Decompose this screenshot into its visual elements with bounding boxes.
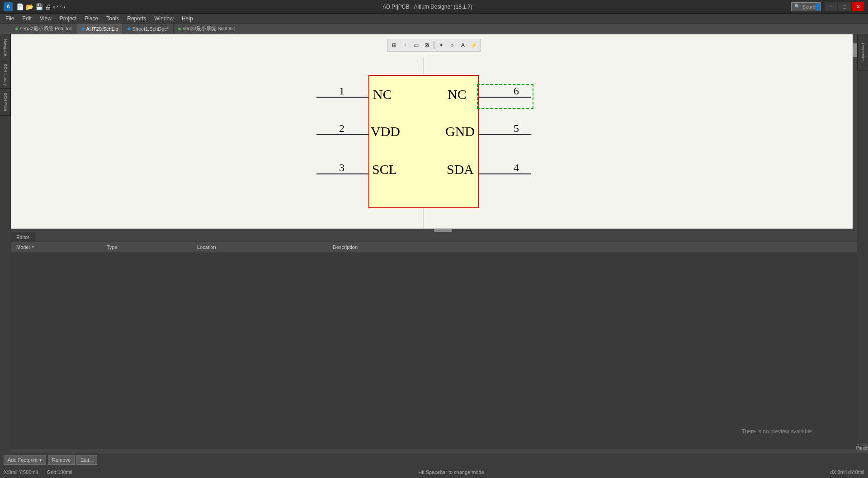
menu-reports[interactable]: Reports xyxy=(123,14,150,23)
pin-num-1: 1 xyxy=(339,85,344,97)
tool-circle[interactable]: ○ xyxy=(447,40,457,50)
col-model-label: Model xyxy=(16,244,30,250)
model-table: Model ▾ Type Location Description There … xyxy=(11,242,857,453)
tab-label-pcbdoc: stm32最小系统.PcbDoc xyxy=(20,25,72,32)
new-icon[interactable]: 📄 xyxy=(16,3,24,10)
hint-text: Hit Spacebar to change mode xyxy=(81,469,821,475)
scrollbar-thumb-vertical[interactable] xyxy=(853,43,857,57)
coords-display: X:0mil Y:500mil xyxy=(4,469,38,475)
panels-button[interactable]: Panels xyxy=(857,443,868,453)
menu-help[interactable]: Help xyxy=(178,14,197,23)
tab-pcbdoc[interactable]: stm32最小系统.PcbDoc xyxy=(11,23,77,34)
search-magnifier-icon: 🔍 xyxy=(794,4,801,9)
editor-tab-label: Editor xyxy=(16,234,29,240)
bottom-panel: Editor Model ▾ Type Location Description… xyxy=(11,232,857,453)
window-title: AD.PrjPCB - Altium Designer (18.1.7) xyxy=(66,4,789,10)
menu-view[interactable]: View xyxy=(36,14,55,23)
redo-icon[interactable]: ↪ xyxy=(60,3,66,10)
tab-dot-schdoc xyxy=(178,28,181,30)
pin-label-sda: SDA xyxy=(447,162,474,177)
add-footprint-button[interactable]: Add Footprint ▾ xyxy=(4,455,46,465)
menu-project[interactable]: Project xyxy=(56,14,80,23)
pin-num-3: 3 xyxy=(339,162,344,174)
schematic-component: 1 NC 2 VDD 3 SCL 6 NC 5 GND 4 SDA xyxy=(298,57,570,202)
edit-button[interactable]: Edit... xyxy=(76,455,97,465)
titlebar: A 📄 📂 💾 🖨 ↩ ↪ AD.PrjPCB - Altium Designe… xyxy=(0,0,868,14)
table-body: There is no preview available xyxy=(11,252,857,453)
tab-schlib[interactable]: AHT20.SchLib xyxy=(77,23,123,34)
tabbar: stm32最小系统.PcbDoc AHT20.SchLib Sheet1.Sch… xyxy=(0,23,868,34)
right-sidebar: Properties xyxy=(857,34,868,70)
pin-label-nc-left: NC xyxy=(373,87,392,102)
edit-label: Edit... xyxy=(80,457,93,463)
pin-label-vdd: VDD xyxy=(371,124,400,139)
delta-coords: dX:0mil dY:0mil xyxy=(830,469,864,475)
col-sort-model: ▾ xyxy=(32,244,34,250)
tab-schdoc[interactable]: stm32最小系统.SchDoc xyxy=(174,23,240,34)
sidebar-properties[interactable]: Properties xyxy=(858,34,868,70)
no-preview-label: There is no preview available xyxy=(742,428,812,435)
tool-power[interactable]: ⚡ xyxy=(469,40,479,50)
sidebar-sch-library[interactable]: SCH Library xyxy=(0,61,11,89)
titlebar-left: A 📄 📂 💾 🖨 ↩ ↪ xyxy=(4,2,66,11)
canvas-toolbar: ⊞ + ▭ ⊠ ✦ ○ A ⚡ xyxy=(387,39,481,52)
open-icon[interactable]: 📂 xyxy=(26,3,33,10)
tab-label-sheet1: Sheet1.SchDoc* xyxy=(132,26,169,32)
tab-label-schlib: AHT20.SchLib xyxy=(86,26,118,32)
statusbar: Add Footprint ▾ Remove Edit... X:0mil Y:… xyxy=(0,453,868,478)
pin-label-scl: SCL xyxy=(372,162,397,177)
menu-tools[interactable]: Tools xyxy=(103,14,123,23)
bottom-horizontal-scrollbar[interactable] xyxy=(11,449,857,453)
editor-tab-bar: Editor xyxy=(11,232,857,242)
footer-buttons: Add Footprint ▾ Remove Edit... xyxy=(0,453,868,467)
undo-icon[interactable]: ↩ xyxy=(53,3,58,10)
nc-dashed-box xyxy=(477,84,533,109)
pin-num-4: 4 xyxy=(514,162,519,174)
menu-file[interactable]: File xyxy=(2,14,18,23)
print-icon[interactable]: 🖨 xyxy=(45,3,51,10)
separator xyxy=(434,41,434,49)
tool-wire[interactable]: ✦ xyxy=(436,40,446,50)
remove-label: Remove xyxy=(52,457,71,463)
col-type-label: Type xyxy=(107,244,118,250)
pin-line-5 xyxy=(479,134,531,135)
minimize-button[interactable]: − xyxy=(825,2,837,11)
tab-editor[interactable]: Editor xyxy=(11,232,35,242)
tool-rect[interactable]: ▭ xyxy=(411,40,421,50)
user-icon[interactable]: 👤 xyxy=(813,2,823,12)
tab-sheet1[interactable]: Sheet1.SchDoc* xyxy=(123,23,174,34)
pin-num-2: 2 xyxy=(339,122,344,135)
add-footprint-label: Add Footprint xyxy=(8,457,38,463)
status-line: X:0mil Y:500mil Grid:100mil Hit Spacebar… xyxy=(0,467,868,477)
panels-label-text: Panels xyxy=(856,445,868,450)
col-description: Description xyxy=(329,244,855,250)
pin-line-4 xyxy=(479,173,531,174)
sidebar-navigator[interactable]: Navigator xyxy=(0,34,11,61)
vertical-scrollbar[interactable] xyxy=(853,34,857,229)
menu-window[interactable]: Window xyxy=(151,14,177,23)
app-icon: A xyxy=(4,2,13,11)
tab-dot-schlib xyxy=(82,28,85,30)
pin-label-gnd: GND xyxy=(445,124,475,139)
tab-label-schdoc: stm32最小系统.SchDoc xyxy=(183,25,235,32)
remove-button[interactable]: Remove xyxy=(48,455,75,465)
tool-add[interactable]: + xyxy=(400,40,410,50)
save-icon[interactable]: 💾 xyxy=(35,3,43,10)
sidebar-sch-filter[interactable]: SCH Filter xyxy=(0,89,11,116)
menu-place[interactable]: Place xyxy=(81,14,102,23)
topright-icons: ⚙ 🔍 Search 👤 − □ ✕ xyxy=(789,2,864,12)
col-description-label: Description xyxy=(333,244,358,250)
scrollbar-thumb-horizontal[interactable] xyxy=(434,229,452,232)
search-icon[interactable]: 🔍 Search xyxy=(801,2,811,12)
tool-filter[interactable]: ⊞ xyxy=(389,40,399,50)
col-location-label: Location xyxy=(197,244,216,250)
tool-text[interactable]: A xyxy=(458,40,468,50)
menu-edit[interactable]: Edit xyxy=(19,14,35,23)
maximize-button[interactable]: □ xyxy=(838,2,851,11)
tab-dot-sheet1 xyxy=(127,28,130,30)
col-model: Model ▾ xyxy=(13,244,103,250)
horizontal-scrollbar[interactable] xyxy=(11,229,857,232)
canvas-area[interactable]: ⊞ + ▭ ⊠ ✦ ○ A ⚡ 1 NC 2 VDD 3 SCL 6 NC xyxy=(11,34,857,229)
tool-select[interactable]: ⊠ xyxy=(422,40,432,50)
close-button[interactable]: ✕ xyxy=(852,2,864,11)
